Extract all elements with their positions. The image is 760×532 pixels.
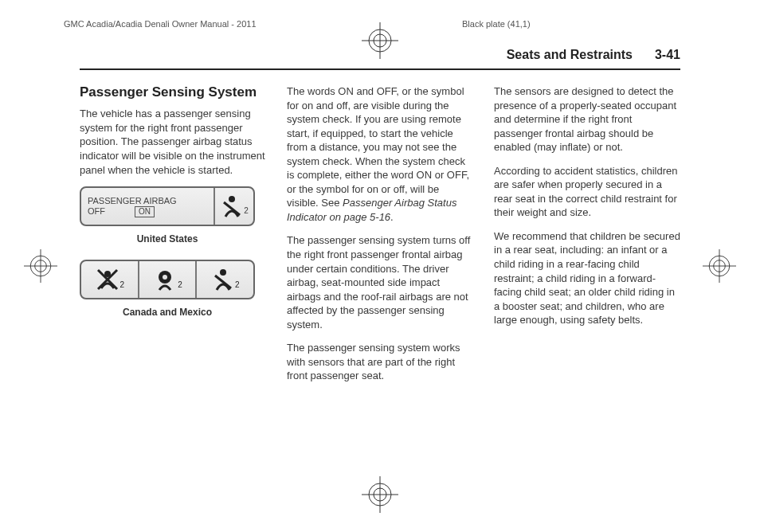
figure-us-onbox: ON [135,206,155,217]
svg-point-16 [229,196,235,202]
figure-us-off: OFF [88,206,105,216]
svg-line-17 [224,202,240,215]
column-2: The words ON and OFF, or the symbol for … [287,84,473,393]
figure-cm-caption: Canada and Mexico [80,306,255,319]
figure-cm-indicator: 2 2 2 [80,260,255,299]
svg-point-22 [163,275,167,280]
column-1: Passenger Sensing System The vehicle has… [80,84,266,393]
column-3: The sensors are designed to detect the p… [494,84,680,393]
svg-line-24 [215,276,231,288]
figure-us-caption: United States [80,233,255,245]
plate-label: Black plate (41,1) [462,19,531,29]
running-head: Seats and Restraints3-41 [80,48,680,70]
figure-us-line1: PASSENGER AIRBAG [88,196,207,206]
page-frame: Seats and Restraints3-41 Passenger Sensi… [80,48,680,484]
section-heading: Passenger Sensing System [80,84,266,100]
paragraph: According to accident statistics, childr… [494,164,680,220]
manual-title: GMC Acadia/Acadia Denali Owner Manual - … [64,19,257,29]
svg-point-23 [220,269,226,276]
body-columns: Passenger Sensing System The vehicle has… [80,84,680,393]
seatbelt-icon: 2 [195,261,253,298]
section-name: Seats and Restraints [507,48,633,61]
seatbelt-icon: 2 [215,194,253,218]
page-number: 3-41 [655,48,680,61]
airbag-on-icon: 2 [138,261,196,298]
crop-mark-left-icon [24,249,57,283]
figure-us-indicator: PASSENGER AIRBAG OFF ON 2 [80,186,255,226]
airbag-off-icon: 2 [81,261,138,298]
paragraph: The passenger sensing system turns off t… [287,233,473,331]
figure-us-text: PASSENGER AIRBAG OFF ON [81,193,214,221]
paragraph-tail: . [390,211,394,223]
paragraph-text: The words ON and OFF, or the symbol for … [287,85,469,209]
paragraph: The sensors are designed to detect the p… [494,84,680,155]
paragraph: The vehicle has a passenger sensing syst… [80,107,266,177]
paragraph: The passenger sensing system works with … [287,341,473,383]
paragraph: The words ON and OFF, or the symbol for … [287,84,473,224]
crop-mark-right-icon [703,249,736,283]
paragraph: We recommend that children be secured in… [494,229,680,327]
